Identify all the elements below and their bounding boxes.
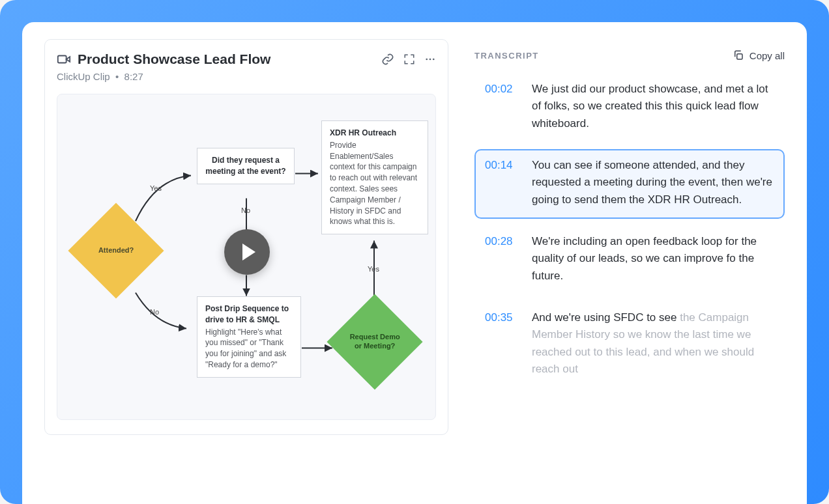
- transcript-text: We just did our product showcase, and me…: [532, 81, 774, 132]
- edge-label-no-2: No: [241, 206, 250, 214]
- copy-icon: [733, 49, 744, 61]
- transcript-text: And we're using SFDC to see the Campaign…: [532, 309, 774, 378]
- svg-rect-0: [58, 56, 66, 63]
- flow-node-postdrip: Post Drip Sequence to drive to HR & SMQL…: [197, 296, 301, 378]
- transcript-segment[interactable]: 00:35And we're using SFDC to see the Cam…: [474, 301, 785, 388]
- flow-canvas: Attended? Yes No Did they request a meet…: [57, 94, 436, 420]
- transcript-text: You can see if someone attended, and the…: [532, 157, 774, 208]
- edge-label-no: No: [150, 308, 159, 316]
- play-button[interactable]: [224, 229, 270, 275]
- transcript-text: We're including an open feedback loop fo…: [532, 233, 774, 285]
- transcript-timestamp[interactable]: 00:35: [485, 309, 517, 378]
- copy-all-button[interactable]: Copy all: [733, 49, 785, 61]
- transcript-timestamp[interactable]: 00:28: [485, 233, 517, 285]
- transcript-heading: TRANSCRIPT: [474, 51, 539, 61]
- transcript-panel: TRANSCRIPT Copy all 00:02We just did our…: [474, 39, 785, 504]
- transcript-segment[interactable]: 00:14You can see if someone attended, an…: [474, 149, 785, 219]
- link-icon[interactable]: [381, 53, 394, 66]
- clip-subtitle: ClickUp Clip • 8:27: [57, 71, 436, 82]
- flow-node-xdr: XDR HR Outreach Provide Enablement/Sales…: [321, 120, 428, 234]
- transcript-timestamp[interactable]: 00:02: [485, 81, 517, 132]
- svg-point-1: [426, 59, 428, 61]
- more-icon[interactable]: [424, 53, 436, 65]
- transcript-segment[interactable]: 00:02We just did our product showcase, a…: [474, 73, 785, 143]
- video-icon: [57, 52, 71, 66]
- clip-card: Product Showcase Lead Flow: [44, 39, 448, 435]
- svg-point-3: [433, 59, 435, 61]
- clip-title: Product Showcase Lead Flow: [78, 51, 375, 67]
- edge-label-yes-2: Yes: [368, 265, 379, 273]
- edge-label-yes: Yes: [150, 184, 162, 192]
- transcript-segment[interactable]: 00:28We're including an open feedback lo…: [474, 225, 785, 295]
- flow-node-meeting: Did they request a meeting at the event?: [197, 148, 295, 184]
- expand-icon[interactable]: [403, 53, 415, 65]
- transcript-timestamp[interactable]: 00:14: [485, 157, 517, 208]
- svg-rect-9: [737, 54, 742, 59]
- svg-point-2: [429, 59, 431, 61]
